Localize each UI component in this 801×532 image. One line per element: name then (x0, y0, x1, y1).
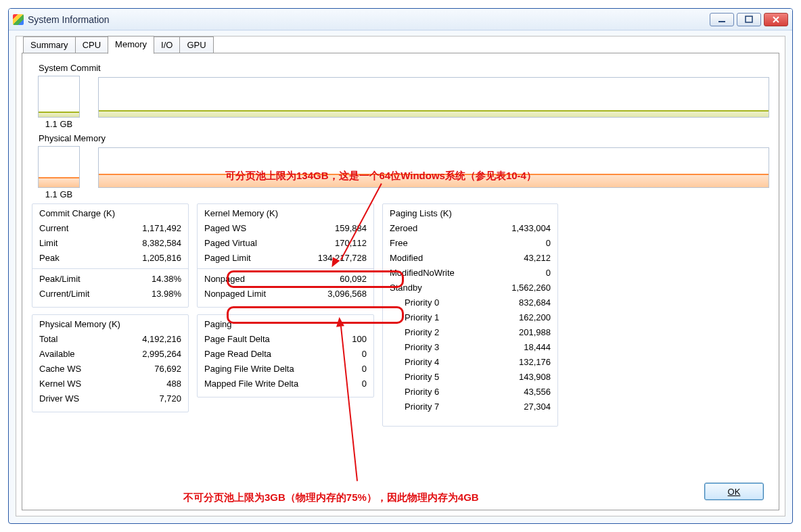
priority5-label: Priority 5 (390, 370, 439, 385)
driverws-label: Driver WS (39, 391, 79, 406)
standby-label: Standby (390, 281, 422, 295)
kernel-memory-panel: Kernel Memory (K) Paged WS159,884 Paged … (197, 203, 374, 308)
priority7-label: Priority 7 (390, 400, 439, 414)
tab-gpu[interactable]: GPU (179, 37, 213, 55)
available-value: 2,995,264 (120, 347, 181, 362)
physmem-thumb-value: 1.1 GB (45, 189, 72, 199)
free-value: 0 (490, 236, 551, 251)
titlebar[interactable]: System Information (9, 9, 792, 30)
priority0-value: 832,684 (490, 295, 551, 310)
priority6-label: Priority 6 (390, 385, 439, 400)
free-label: Free (390, 236, 408, 251)
system-commit-label: System Commit (39, 63, 769, 73)
commit-limit-value: 8,382,584 (120, 236, 181, 251)
priority7-value: 27,304 (490, 400, 551, 414)
priority4-value: 132,176 (490, 355, 551, 370)
mappedfilewritedelta-value: 0 (306, 377, 367, 391)
kernelws-value: 488 (120, 377, 181, 391)
client-area: Summary CPU Memory I/O GPU System Commit… (16, 36, 785, 516)
physical-memory-label: Physical Memory (39, 133, 769, 143)
pagedws-value: 159,884 (306, 221, 367, 236)
window-title: System Information (28, 14, 110, 25)
minimize-button[interactable] (710, 13, 734, 26)
pagingfilewritedelta-label: Paging File Write Delta (204, 362, 294, 377)
tab-io[interactable]: I/O (154, 37, 180, 55)
priority1-label: Priority 1 (390, 310, 439, 325)
cachews-value: 76,692 (120, 362, 181, 377)
modifiednowrite-value: 0 (490, 266, 551, 281)
pagefaultdelta-value: 100 (306, 332, 367, 347)
svg-rect-1 (746, 16, 752, 22)
physical-memory-panel: Physical Memory (K) Total4,192,216 Avail… (32, 314, 189, 412)
zeroed-label: Zeroed (390, 221, 417, 236)
physmem-panel-title: Physical Memory (K) (39, 319, 181, 329)
modified-label: Modified (390, 251, 423, 266)
priority0-label: Priority 0 (390, 295, 439, 310)
physmem-thumbnail (38, 146, 80, 188)
commit-current-label: Current (39, 221, 68, 236)
commit-thumb-value: 1.1 GB (45, 119, 72, 129)
paging-panel: Paging Page Fault Delta100 Page Read Del… (197, 314, 374, 397)
total-label: Total (39, 332, 58, 347)
mappedfilewritedelta-label: Mapped File Write Delta (204, 377, 298, 391)
pagedvirtual-label: Paged Virtual (204, 236, 257, 251)
total-value: 4,192,216 (120, 332, 181, 347)
close-button[interactable] (764, 13, 788, 26)
priority4-label: Priority 4 (390, 355, 439, 370)
commit-thumbnail (38, 76, 80, 118)
priority2-value: 201,988 (490, 325, 551, 340)
svg-rect-0 (718, 21, 725, 22)
kernel-memory-title: Kernel Memory (K) (204, 208, 367, 218)
tab-strip: Summary CPU Memory I/O GPU (23, 36, 213, 54)
ok-button[interactable]: OK (704, 483, 764, 500)
commit-limit-label: Limit (39, 236, 58, 251)
modified-value: 43,212 (490, 251, 551, 266)
system-information-window: System Information Summary CPU Memory I/… (8, 8, 793, 524)
nonpagedlimit-value: 3,096,568 (306, 287, 367, 301)
app-icon (13, 14, 24, 25)
cachews-label: Cache WS (39, 362, 81, 377)
zeroed-value: 1,433,004 (490, 221, 551, 236)
driverws-value: 7,720 (120, 391, 181, 406)
pagingfilewritedelta-value: 0 (306, 362, 367, 377)
priority5-value: 143,908 (490, 370, 551, 385)
modifiednowrite-label: ModifiedNoWrite (390, 266, 455, 281)
standby-value: 1,562,260 (490, 281, 551, 295)
current-limit-value: 13.98% (120, 287, 181, 301)
commit-peak-label: Peak (39, 251, 60, 266)
pagedws-label: Paged WS (204, 221, 246, 236)
nonpaged-value: 60,092 (306, 272, 367, 287)
priority6-value: 43,556 (490, 385, 551, 400)
paging-lists-panel: Paging Lists (K) Zeroed1,433,004 Free0 M… (382, 203, 558, 427)
pagefaultdelta-label: Page Fault Delta (204, 332, 270, 347)
priority1-value: 162,200 (490, 310, 551, 325)
available-label: Available (39, 347, 75, 362)
kernelws-label: Kernel WS (39, 377, 81, 391)
commit-charge-title: Commit Charge (K) (39, 208, 181, 218)
paging-lists-title: Paging Lists (K) (390, 208, 551, 218)
memory-tab-page: System Commit 1.1 GB Physical Memory (22, 53, 779, 510)
pagereaddelta-label: Page Read Delta (204, 347, 271, 362)
commit-current-value: 1,171,492 (120, 221, 181, 236)
priority3-label: Priority 3 (390, 340, 439, 355)
commit-peak-value: 1,205,816 (120, 251, 181, 266)
nonpagedlimit-label: Nonpaged Limit (204, 287, 266, 301)
current-limit-label: Current/Limit (39, 287, 89, 301)
pagedvirtual-value: 170,112 (306, 236, 367, 251)
priority2-label: Priority 2 (390, 325, 439, 340)
peak-limit-value: 14.38% (120, 272, 181, 287)
peak-limit-label: Peak/Limit (39, 272, 81, 287)
priority3-value: 18,444 (490, 340, 551, 355)
paging-title: Paging (204, 319, 367, 329)
pagedlimit-label: Paged Limit (204, 251, 251, 266)
pagereaddelta-value: 0 (306, 347, 367, 362)
tab-cpu[interactable]: CPU (75, 37, 108, 55)
maximize-button[interactable] (737, 13, 761, 26)
physmem-history-graph (98, 147, 769, 188)
nonpaged-label: Nonpaged (204, 272, 245, 287)
commit-history-graph (98, 77, 769, 118)
tab-summary[interactable]: Summary (23, 37, 76, 55)
commit-charge-panel: Commit Charge (K) Current1,171,492 Limit… (32, 203, 189, 308)
pagedlimit-value: 134,217,728 (306, 251, 367, 266)
tab-memory[interactable]: Memory (108, 36, 154, 54)
